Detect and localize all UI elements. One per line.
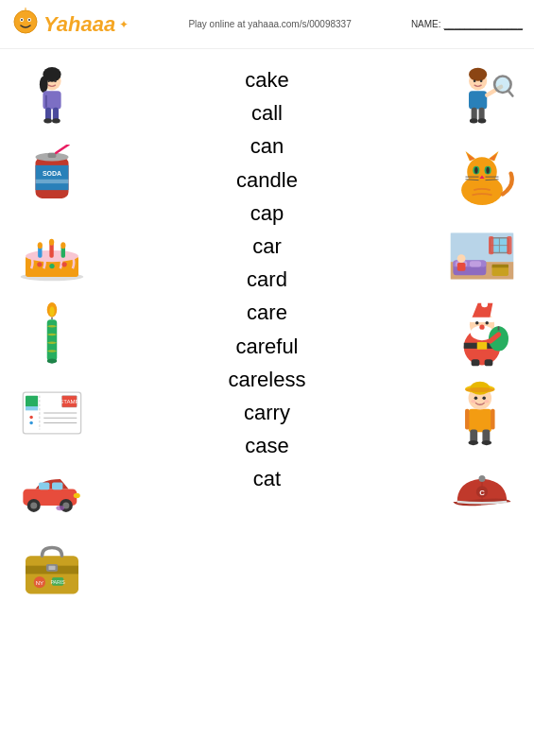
word-car: car [252, 230, 282, 263]
image-postcard: STAMP [14, 377, 90, 448]
image-soda-can: SODA [14, 142, 90, 213]
svg-text:PARIS: PARIS [50, 578, 65, 584]
svg-point-13 [43, 118, 52, 123]
image-suitcase: NY PARIS [14, 534, 90, 605]
right-image-column: C [430, 59, 534, 748]
svg-point-91 [474, 166, 478, 173]
svg-point-51 [29, 415, 33, 419]
header: Yahaaa ✦ Play online at yahaaa.com/s/000… [0, 0, 534, 49]
svg-rect-73 [469, 91, 487, 109]
svg-rect-111 [457, 263, 466, 271]
svg-point-123 [479, 324, 484, 329]
svg-point-60 [74, 492, 80, 497]
svg-point-16 [47, 79, 50, 82]
svg-point-14 [52, 118, 60, 123]
svg-rect-21 [36, 179, 69, 182]
svg-rect-23 [48, 152, 57, 157]
svg-point-34 [38, 242, 43, 249]
svg-point-76 [470, 118, 478, 123]
word-can: can [250, 129, 284, 163]
svg-rect-118 [469, 317, 495, 321]
word-carry: carry [244, 396, 290, 429]
svg-rect-128 [485, 359, 493, 366]
image-girl-backpack [14, 63, 90, 134]
svg-point-135 [465, 387, 495, 391]
image-candle [14, 299, 90, 369]
logo: Yahaaa ✦ [11, 8, 129, 41]
svg-point-9 [40, 76, 48, 93]
header-tagline: Play online at yahaaa.com/s/00098337 [136, 19, 404, 29]
word-call: call [251, 96, 283, 129]
name-line: _______________ [444, 19, 523, 30]
svg-rect-116 [477, 341, 488, 349]
svg-point-139 [484, 400, 489, 404]
image-baseball-cap: C [444, 455, 520, 526]
svg-point-84 [467, 157, 497, 187]
svg-point-137 [482, 396, 486, 400]
svg-rect-127 [472, 359, 480, 366]
image-boy-magnifier [444, 63, 520, 134]
svg-rect-62 [26, 556, 78, 593]
svg-rect-109 [470, 261, 481, 266]
svg-line-24 [56, 145, 68, 153]
main-content: SODA [0, 49, 534, 756]
svg-rect-130 [465, 408, 469, 429]
word-care: care [247, 296, 287, 329]
svg-rect-129 [469, 408, 492, 432]
svg-rect-50 [26, 406, 38, 410]
svg-text:STAMP: STAMP [60, 398, 79, 404]
svg-point-136 [474, 396, 478, 400]
word-case: case [245, 429, 288, 462]
svg-point-36 [60, 242, 65, 249]
svg-text:SODA: SODA [43, 170, 61, 177]
left-image-column: SODA [0, 59, 104, 748]
word-list: cake call can candle cap car card care c… [104, 59, 430, 748]
svg-rect-105 [507, 236, 511, 254]
svg-point-82 [480, 79, 483, 82]
svg-point-81 [474, 79, 476, 82]
svg-point-77 [478, 118, 487, 123]
svg-point-28 [37, 262, 42, 266]
word-cat: cat [253, 462, 281, 495]
svg-point-30 [62, 262, 67, 266]
svg-point-3 [21, 19, 23, 21]
svg-rect-66 [49, 565, 56, 569]
svg-point-41 [47, 358, 58, 363]
svg-rect-19 [36, 164, 69, 189]
word-careful: careful [235, 330, 298, 363]
word-cake: cake [245, 63, 288, 96]
svg-point-29 [49, 263, 54, 267]
logo-star: ✦ [119, 18, 129, 31]
svg-point-144 [479, 474, 486, 481]
svg-rect-49 [26, 395, 38, 407]
svg-point-52 [29, 421, 33, 424]
word-card: card [247, 263, 287, 296]
svg-rect-131 [491, 408, 494, 429]
svg-point-72 [469, 67, 487, 80]
logo-text: Yahaaa [43, 12, 115, 37]
name-label: NAME: [411, 19, 441, 29]
svg-text:C: C [479, 488, 485, 496]
svg-rect-54 [39, 482, 49, 490]
image-boy-hat [444, 377, 520, 448]
word-candle: candle [236, 163, 298, 197]
svg-rect-55 [52, 482, 62, 490]
image-toy-car [14, 455, 90, 526]
svg-point-0 [14, 10, 37, 33]
svg-point-121 [475, 321, 479, 325]
image-cat [444, 142, 520, 213]
svg-rect-113 [492, 264, 509, 267]
svg-point-92 [486, 166, 490, 173]
svg-point-143 [482, 439, 492, 444]
svg-point-35 [49, 238, 54, 245]
svg-rect-104 [489, 236, 493, 254]
svg-point-138 [471, 400, 475, 404]
word-cap: cap [250, 197, 284, 230]
svg-line-80 [508, 91, 512, 95]
svg-point-57 [30, 502, 37, 508]
word-careless: careless [229, 363, 306, 396]
image-birthday-cake [14, 220, 90, 291]
svg-point-38 [49, 306, 54, 317]
image-santa-claus [444, 299, 520, 369]
svg-point-61 [56, 505, 64, 509]
